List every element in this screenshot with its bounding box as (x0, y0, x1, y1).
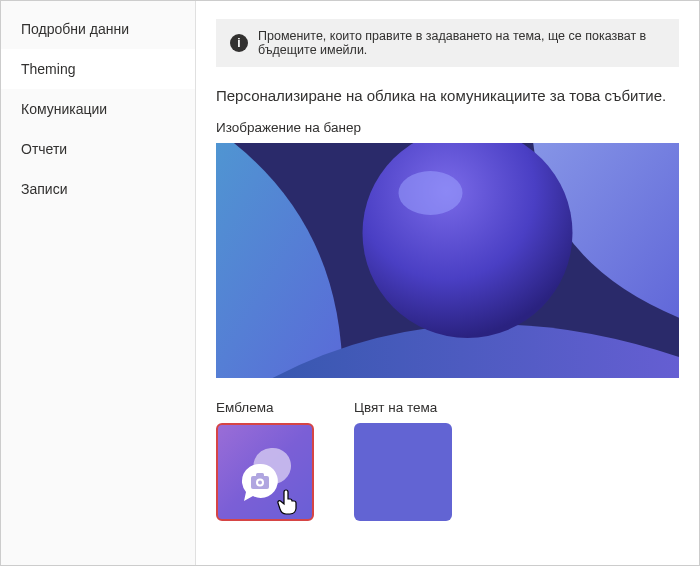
swatches-row: Емблема Цвят на тема (216, 400, 679, 521)
logo-group: Емблема (216, 400, 314, 521)
sidebar-item-recordings[interactable]: Записи (1, 169, 195, 209)
theme-color-label: Цвят на тема (354, 400, 452, 415)
banner-image[interactable] (216, 143, 679, 378)
sidebar-item-communications[interactable]: Комуникации (1, 89, 195, 129)
chat-camera-icon (233, 440, 297, 504)
svg-point-6 (258, 481, 262, 485)
svg-point-2 (399, 171, 463, 215)
theme-color-swatch[interactable] (354, 423, 452, 521)
info-text: Промените, които правите в задаването на… (258, 29, 665, 57)
sidebar: Подробни данни Theming Комуникации Отчет… (1, 1, 196, 565)
section-heading: Персонализиране на облика на комуникации… (216, 87, 679, 104)
banner-abstract-graphic (216, 143, 679, 378)
info-banner: i Промените, които правите в задаването … (216, 19, 679, 67)
sidebar-item-details[interactable]: Подробни данни (1, 9, 195, 49)
svg-rect-4 (256, 473, 264, 478)
sidebar-item-reports[interactable]: Отчети (1, 129, 195, 169)
logo-swatch[interactable] (216, 423, 314, 521)
theme-color-group: Цвят на тема (354, 400, 452, 521)
logo-label: Емблема (216, 400, 314, 415)
sidebar-item-theming[interactable]: Theming (1, 49, 195, 89)
info-icon: i (230, 34, 248, 52)
app-container: Подробни данни Theming Комуникации Отчет… (1, 1, 699, 565)
main-content: i Промените, които правите в задаването … (196, 1, 699, 565)
banner-label: Изображение на банер (216, 120, 679, 135)
